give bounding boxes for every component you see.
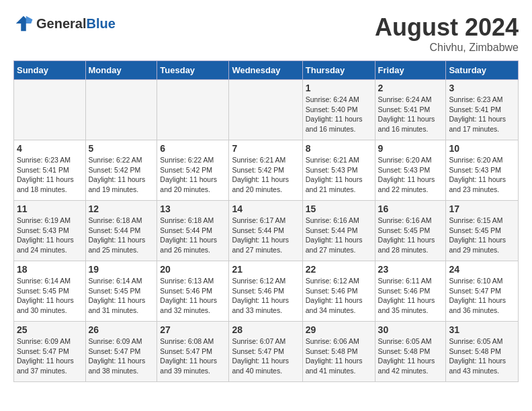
day-info: Sunrise: 6:06 AMSunset: 5:48 PMDaylight:… [306, 336, 372, 376]
calendar-day-header: Monday [85, 61, 157, 80]
page-header: GeneralBlue August 2024 Chivhu, Zimbabwe [13, 13, 519, 54]
day-number: 20 [160, 264, 226, 275]
day-info: Sunrise: 6:20 AMSunset: 5:43 PMDaylight:… [449, 155, 515, 195]
calendar-cell: 18Sunrise: 6:14 AMSunset: 5:45 PMDayligh… [14, 261, 86, 322]
calendar-cell: 6Sunrise: 6:22 AMSunset: 5:42 PMDaylight… [157, 140, 229, 201]
day-info: Sunrise: 6:05 AMSunset: 5:48 PMDaylight:… [449, 336, 515, 376]
calendar-day-header: Wednesday [229, 61, 302, 80]
day-info: Sunrise: 6:19 AMSunset: 5:43 PMDaylight:… [17, 216, 83, 255]
calendar-cell [229, 80, 302, 140]
day-info: Sunrise: 6:16 AMSunset: 5:45 PMDaylight:… [378, 216, 443, 255]
calendar-cell: 17Sunrise: 6:15 AMSunset: 5:45 PMDayligh… [446, 201, 519, 261]
calendar-day-header: Tuesday [157, 61, 229, 80]
day-number: 8 [306, 143, 372, 154]
day-info: Sunrise: 6:18 AMSunset: 5:44 PMDaylight:… [160, 216, 226, 255]
calendar-cell: 28Sunrise: 6:07 AMSunset: 5:47 PMDayligh… [229, 322, 302, 382]
day-info: Sunrise: 6:08 AMSunset: 5:47 PMDaylight:… [160, 336, 226, 376]
day-info: Sunrise: 6:24 AMSunset: 5:40 PMDaylight:… [306, 95, 372, 134]
day-info: Sunrise: 6:18 AMSunset: 5:44 PMDaylight:… [89, 216, 154, 255]
calendar-cell [85, 80, 157, 140]
day-info: Sunrise: 6:23 AMSunset: 5:41 PMDaylight:… [17, 155, 83, 195]
calendar-cell: 13Sunrise: 6:18 AMSunset: 5:44 PMDayligh… [157, 201, 229, 261]
day-info: Sunrise: 6:23 AMSunset: 5:41 PMDaylight:… [449, 95, 515, 134]
day-number: 9 [378, 143, 443, 154]
day-number: 1 [306, 83, 372, 93]
day-info: Sunrise: 6:21 AMSunset: 5:42 PMDaylight:… [232, 155, 299, 195]
day-info: Sunrise: 6:16 AMSunset: 5:44 PMDaylight:… [306, 216, 372, 255]
day-info: Sunrise: 6:14 AMSunset: 5:45 PMDaylight:… [17, 276, 83, 316]
calendar-cell: 19Sunrise: 6:14 AMSunset: 5:45 PMDayligh… [85, 261, 157, 322]
calendar-week-row: 18Sunrise: 6:14 AMSunset: 5:45 PMDayligh… [14, 261, 519, 322]
day-number: 5 [89, 143, 154, 154]
day-number: 30 [378, 324, 443, 335]
day-number: 11 [17, 203, 83, 214]
day-info: Sunrise: 6:21 AMSunset: 5:43 PMDaylight:… [306, 155, 372, 195]
day-number: 23 [378, 264, 443, 275]
calendar-cell: 27Sunrise: 6:08 AMSunset: 5:47 PMDayligh… [157, 322, 229, 382]
calendar-cell: 31Sunrise: 6:05 AMSunset: 5:48 PMDayligh… [446, 322, 519, 382]
day-info: Sunrise: 6:12 AMSunset: 5:46 PMDaylight:… [306, 276, 372, 316]
calendar-day-header: Thursday [302, 61, 375, 80]
calendar-body: 1Sunrise: 6:24 AMSunset: 5:40 PMDaylight… [14, 80, 519, 382]
day-info: Sunrise: 6:20 AMSunset: 5:43 PMDaylight:… [378, 155, 443, 195]
calendar-cell: 7Sunrise: 6:21 AMSunset: 5:42 PMDaylight… [229, 140, 302, 201]
month-year: August 2024 [375, 13, 519, 42]
day-number: 16 [378, 203, 443, 214]
logo-blue: Blue [86, 16, 115, 31]
day-number: 31 [449, 324, 515, 335]
calendar-cell: 4Sunrise: 6:23 AMSunset: 5:41 PMDaylight… [14, 140, 86, 201]
calendar-day-header: Friday [375, 61, 446, 80]
day-info: Sunrise: 6:22 AMSunset: 5:42 PMDaylight:… [89, 155, 154, 195]
calendar-cell: 25Sunrise: 6:09 AMSunset: 5:47 PMDayligh… [14, 322, 86, 382]
calendar-cell: 12Sunrise: 6:18 AMSunset: 5:44 PMDayligh… [85, 201, 157, 261]
calendar-cell: 2Sunrise: 6:24 AMSunset: 5:41 PMDaylight… [375, 80, 446, 140]
day-number: 4 [17, 143, 83, 154]
calendar-day-header: Saturday [446, 61, 519, 80]
day-info: Sunrise: 6:13 AMSunset: 5:46 PMDaylight:… [160, 276, 226, 316]
logo: GeneralBlue [13, 13, 116, 34]
day-info: Sunrise: 6:17 AMSunset: 5:44 PMDaylight:… [232, 216, 299, 255]
logo-text: GeneralBlue [36, 16, 116, 32]
calendar-cell: 10Sunrise: 6:20 AMSunset: 5:43 PMDayligh… [446, 140, 519, 201]
day-number: 14 [232, 203, 299, 214]
day-info: Sunrise: 6:22 AMSunset: 5:42 PMDaylight:… [160, 155, 226, 195]
day-number: 15 [306, 203, 372, 214]
day-number: 10 [449, 143, 515, 154]
day-number: 17 [449, 203, 515, 214]
calendar-cell: 29Sunrise: 6:06 AMSunset: 5:48 PMDayligh… [302, 322, 375, 382]
calendar-cell: 24Sunrise: 6:10 AMSunset: 5:47 PMDayligh… [446, 261, 519, 322]
day-number: 7 [232, 143, 299, 154]
calendar-cell: 1Sunrise: 6:24 AMSunset: 5:40 PMDaylight… [302, 80, 375, 140]
calendar-cell: 9Sunrise: 6:20 AMSunset: 5:43 PMDaylight… [375, 140, 446, 201]
day-info: Sunrise: 6:10 AMSunset: 5:47 PMDaylight:… [449, 276, 515, 316]
day-number: 25 [17, 324, 83, 335]
day-info: Sunrise: 6:11 AMSunset: 5:46 PMDaylight:… [378, 276, 443, 316]
calendar-cell: 8Sunrise: 6:21 AMSunset: 5:43 PMDaylight… [302, 140, 375, 201]
calendar-cell: 22Sunrise: 6:12 AMSunset: 5:46 PMDayligh… [302, 261, 375, 322]
calendar-cell: 11Sunrise: 6:19 AMSunset: 5:43 PMDayligh… [14, 201, 86, 261]
day-number: 29 [306, 324, 372, 335]
day-info: Sunrise: 6:09 AMSunset: 5:47 PMDaylight:… [89, 336, 154, 376]
day-info: Sunrise: 6:24 AMSunset: 5:41 PMDaylight:… [378, 95, 443, 134]
day-number: 26 [89, 324, 154, 335]
calendar-table: SundayMondayTuesdayWednesdayThursdayFrid… [13, 60, 519, 382]
day-number: 18 [17, 264, 83, 275]
calendar-day-header: Sunday [14, 61, 86, 80]
logo-general: General [36, 16, 86, 31]
calendar-cell: 30Sunrise: 6:05 AMSunset: 5:48 PMDayligh… [375, 322, 446, 382]
calendar-week-row: 25Sunrise: 6:09 AMSunset: 5:47 PMDayligh… [14, 322, 519, 382]
calendar-week-row: 4Sunrise: 6:23 AMSunset: 5:41 PMDaylight… [14, 140, 519, 201]
calendar-cell: 5Sunrise: 6:22 AMSunset: 5:42 PMDaylight… [85, 140, 157, 201]
calendar-cell: 21Sunrise: 6:12 AMSunset: 5:46 PMDayligh… [229, 261, 302, 322]
day-number: 24 [449, 264, 515, 275]
day-number: 6 [160, 143, 226, 154]
title-block: August 2024 Chivhu, Zimbabwe [375, 13, 519, 54]
day-number: 19 [89, 264, 154, 275]
calendar-cell [14, 80, 86, 140]
calendar-cell: 15Sunrise: 6:16 AMSunset: 5:44 PMDayligh… [302, 201, 375, 261]
calendar-cell: 14Sunrise: 6:17 AMSunset: 5:44 PMDayligh… [229, 201, 302, 261]
svg-marker-1 [26, 16, 33, 24]
calendar-week-row: 1Sunrise: 6:24 AMSunset: 5:40 PMDaylight… [14, 80, 519, 140]
day-info: Sunrise: 6:05 AMSunset: 5:48 PMDaylight:… [378, 336, 443, 376]
day-info: Sunrise: 6:14 AMSunset: 5:45 PMDaylight:… [89, 276, 154, 316]
